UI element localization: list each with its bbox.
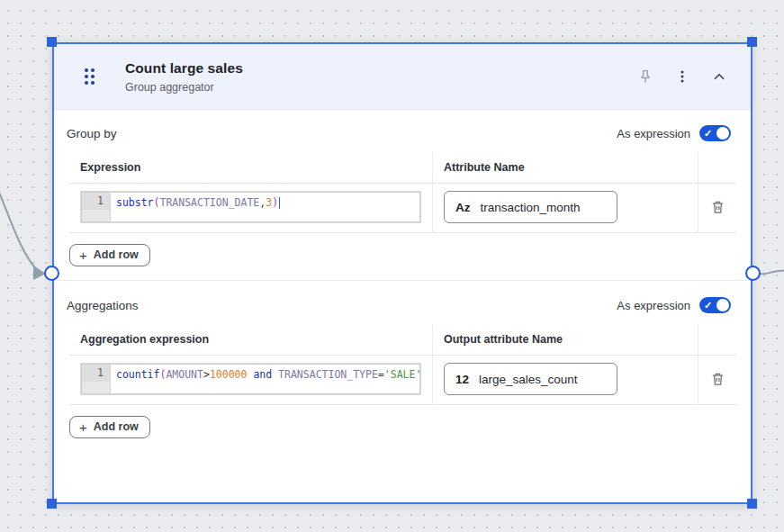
delete-row-button[interactable] xyxy=(698,184,736,233)
group-aggregator-node[interactable]: Count large sales Group aggregator xyxy=(52,42,752,504)
aggregations-section: Aggregations As expression ✓ Aggregation… xyxy=(54,297,751,438)
as-expression-toggle[interactable]: ✓ xyxy=(699,125,731,141)
plus-icon: + xyxy=(79,249,87,261)
input-port[interactable] xyxy=(44,266,59,281)
node-title: Count large sales xyxy=(125,60,635,77)
add-row-button[interactable]: + Add row xyxy=(69,244,150,266)
editor-gutter: 1 xyxy=(82,193,111,221)
attribute-name-input[interactable]: Az transaction_month xyxy=(444,191,617,223)
editor-gutter: 1 xyxy=(82,365,111,393)
toggle-knob xyxy=(716,127,729,140)
toggle-knob xyxy=(716,299,729,311)
output-attribute-name-input[interactable]: 12 large_sales_count xyxy=(444,363,617,395)
outgoing-edge xyxy=(760,271,784,275)
as-expression-label: As expression xyxy=(617,127,690,140)
code-line: countif(AMOUNT>100000 and TRANSACTION_TY… xyxy=(116,366,414,383)
expression-code-editor[interactable]: 1 substr(TRANSACTION_DATE,3) xyxy=(81,192,420,222)
kebab-menu-icon[interactable] xyxy=(672,67,692,86)
drag-handle-icon[interactable] xyxy=(85,68,95,85)
pin-icon[interactable] xyxy=(635,67,655,86)
incoming-edge xyxy=(0,190,38,271)
column-header-attribute: Attribute Name xyxy=(432,152,698,184)
section-label: Group by xyxy=(67,127,117,140)
section-divider xyxy=(54,280,751,281)
check-icon: ✓ xyxy=(704,298,712,312)
selection-handle-bottom-right[interactable] xyxy=(747,499,757,509)
as-expression-label: As expression xyxy=(617,299,690,312)
output-port[interactable] xyxy=(745,266,761,281)
table-row-attribute-cell: Az transaction_month xyxy=(432,184,698,233)
pipeline-canvas[interactable]: Count large sales Group aggregator xyxy=(0,0,784,532)
selection-handle-top-right[interactable] xyxy=(747,37,757,47)
as-expression-toggle[interactable]: ✓ xyxy=(699,297,731,313)
table-row-expression-cell: 1 substr(TRANSACTION_DATE,3) xyxy=(69,184,432,233)
type-prefix-badge: 12 xyxy=(455,373,469,386)
add-row-button[interactable]: + Add row xyxy=(69,416,150,438)
line-number: 1 xyxy=(82,365,110,382)
group-by-section: Group by As expression ✓ Expression Attr… xyxy=(54,125,751,266)
plus-icon: + xyxy=(79,421,87,433)
aggregation-code-editor[interactable]: 1 countif(AMOUNT>100000 and TRANSACTION_… xyxy=(81,364,420,394)
selection-handle-bottom-left[interactable] xyxy=(47,499,57,509)
line-number: 1 xyxy=(82,193,110,210)
type-prefix-badge: Az xyxy=(455,201,471,214)
group-by-table: Expression Attribute Name 1 substr(TRANS… xyxy=(69,152,736,233)
code-area[interactable]: countif(AMOUNT>100000 and TRANSACTION_TY… xyxy=(111,365,419,393)
column-header-expression: Expression xyxy=(69,152,432,184)
selection-handle-top-left[interactable] xyxy=(47,37,57,47)
attribute-name-value: large_sales_count xyxy=(479,373,578,386)
collapse-chevron-icon[interactable] xyxy=(709,67,729,86)
table-row-expression-cell: 1 countif(AMOUNT>100000 and TRANSACTION_… xyxy=(69,356,432,405)
trash-icon xyxy=(710,371,725,387)
check-icon: ✓ xyxy=(704,126,712,140)
node-header: Count large sales Group aggregator xyxy=(54,44,751,110)
aggregations-table: Aggregation expression Output attribute … xyxy=(69,324,736,405)
table-row-attribute-cell: 12 large_sales_count xyxy=(432,356,698,405)
code-line: substr(TRANSACTION_DATE,3) xyxy=(116,194,414,212)
code-area[interactable]: substr(TRANSACTION_DATE,3) xyxy=(111,193,419,221)
section-label: Aggregations xyxy=(67,299,139,312)
attribute-name-value: transaction_month xyxy=(481,201,581,214)
node-subtitle: Group aggregator xyxy=(125,81,635,94)
column-header-expression: Aggregation expression xyxy=(69,324,432,356)
trash-icon xyxy=(710,199,725,215)
delete-row-button[interactable] xyxy=(698,356,736,405)
column-header-attribute: Output attribute Name xyxy=(432,324,698,356)
